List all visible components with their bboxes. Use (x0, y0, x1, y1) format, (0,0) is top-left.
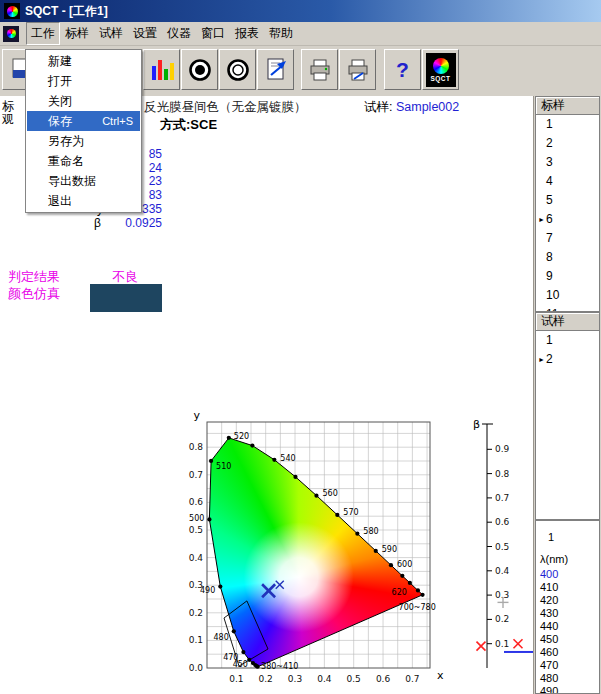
print-button[interactable] (301, 49, 338, 90)
list-item[interactable]: 7 (536, 229, 599, 248)
svg-text:0.6: 0.6 (495, 517, 510, 527)
list-item[interactable]: ►2 (536, 350, 599, 369)
svg-text:0.7: 0.7 (405, 674, 419, 684)
menu-item[interactable]: 退出 (27, 191, 140, 211)
wavelength-row[interactable]: 490 (536, 685, 599, 694)
menubar-item-2[interactable]: 试样 (94, 22, 128, 45)
list-item[interactable]: 9 (536, 267, 599, 286)
menu-item[interactable]: 导出数据 (27, 171, 140, 191)
print-setup-button[interactable] (339, 49, 376, 90)
wavelength-label: 470 (223, 653, 238, 662)
svg-text:β: β (473, 418, 480, 431)
svg-text:0.9: 0.9 (495, 444, 510, 454)
menu-item[interactable]: 保存Ctrl+S (27, 111, 140, 131)
selected-marker-icon: ► (538, 210, 545, 229)
wavelength-row[interactable]: 470 (536, 659, 599, 672)
child-window-icon[interactable] (3, 26, 19, 42)
svg-text:0.2: 0.2 (495, 614, 509, 624)
wavelength-label: 520 (234, 432, 249, 441)
menubar-item-6[interactable]: 报表 (230, 22, 264, 45)
svg-text:0.7: 0.7 (495, 493, 509, 503)
sci-mode-button[interactable] (181, 49, 218, 90)
svg-text:0.3: 0.3 (495, 590, 509, 600)
trial-sample-header[interactable]: 试样 (536, 313, 599, 331)
wavelength-label: 540 (280, 454, 295, 463)
standard-sample-section: 标样 12345►67891011 (535, 96, 600, 312)
wavelength-label: 580 (363, 527, 378, 536)
svg-text:x: x (437, 669, 444, 682)
cie-horseshoe (207, 422, 430, 668)
wavelength-label: 590 (382, 545, 397, 554)
wavelength-row[interactable]: 440 (536, 620, 599, 633)
about-sqct-button[interactable]: SQCT (422, 49, 459, 90)
svg-text:y: y (193, 409, 200, 422)
specimen-type-text: 反光膜昼间色（无金属镀膜） (144, 99, 307, 116)
lambda-header: λ(nm) (536, 552, 599, 566)
menu-item[interactable]: 另存为 (27, 131, 140, 151)
wavelength-label: 490 (200, 586, 215, 595)
color-simulation-swatch (90, 284, 162, 312)
sample-name: Sample002 (396, 100, 459, 114)
measure-mode-text: 方式:SCE (160, 116, 217, 134)
list-item[interactable]: 11 (536, 305, 599, 312)
wavelength-row[interactable]: 430 (536, 607, 599, 620)
sqct-logo-text: SQCT (430, 75, 450, 82)
wavelength-row[interactable]: 460 (536, 646, 599, 659)
wavelength-list: 400410420430440450460470480490 (536, 568, 599, 694)
list-item[interactable]: 4 (536, 172, 599, 191)
list-item[interactable]: 1 (536, 115, 599, 134)
wavelength-row[interactable]: 400 (536, 568, 599, 581)
export-report-button[interactable] (257, 49, 294, 90)
menubar-item-0[interactable]: 工作 (26, 22, 60, 45)
svg-text:0.1: 0.1 (189, 635, 203, 645)
menu-item[interactable]: 关闭 (27, 91, 140, 111)
menubar-item-5[interactable]: 窗口 (196, 22, 230, 45)
wavelength-row[interactable]: 450 (536, 633, 599, 646)
window-title: SQCT - [工作1] (25, 3, 108, 20)
title-bar[interactable]: SQCT - [工作1] (0, 0, 601, 22)
menu-item[interactable]: 打开 (27, 71, 140, 91)
list-item[interactable]: ►6 (536, 210, 599, 229)
menu-items: 工作标样试样设置仪器窗口报表帮助 (26, 22, 298, 45)
menu-item[interactable]: 重命名 (27, 151, 140, 171)
wavelength-label: 700~780 (399, 603, 436, 612)
standard-sample-header[interactable]: 标样 (536, 97, 599, 115)
menubar-item-4[interactable]: 仪器 (162, 22, 196, 45)
work-menu-dropdown: 新建打开关闭保存Ctrl+S另存为重命名导出数据退出 (25, 49, 142, 213)
printer-icon (307, 57, 333, 83)
sqct-logo-icon: SQCT (426, 53, 456, 87)
help-button[interactable]: ? (384, 49, 421, 90)
trial-sample-section: 试样 1►2 (535, 312, 600, 520)
color-bars-icon (149, 57, 175, 83)
menu-item[interactable]: 新建 (27, 51, 140, 71)
rainbow-circle-icon (7, 6, 18, 17)
list-item[interactable]: 1 (536, 331, 599, 350)
list-item[interactable]: 10 (536, 286, 599, 305)
list-item[interactable]: 5 (536, 191, 599, 210)
svg-text:0.2: 0.2 (189, 608, 203, 618)
color-simulation-label: 颜色仿真 (8, 285, 60, 303)
wavelength-row[interactable]: 420 (536, 594, 599, 607)
menubar-item-7[interactable]: 帮助 (264, 22, 298, 45)
wavelength-label: 570 (343, 508, 358, 517)
selected-marker-icon: ► (538, 350, 545, 369)
list-item[interactable]: 8 (536, 248, 599, 267)
list-item[interactable]: 2 (536, 134, 599, 153)
sce-mode-button[interactable] (219, 49, 256, 90)
menubar-item-1[interactable]: 标样 (60, 22, 94, 45)
svg-text:0.5: 0.5 (495, 542, 509, 552)
svg-text:0.8: 0.8 (495, 469, 510, 479)
standard-sample-list: 12345►67891011 (536, 115, 599, 312)
menubar-item-3[interactable]: 设置 (128, 22, 162, 45)
wavelength-row[interactable]: 410 (536, 581, 599, 594)
beta-value: 0.0925 (110, 216, 162, 230)
svg-text:0.8: 0.8 (189, 442, 204, 452)
color-values-button[interactable] (143, 49, 180, 90)
svg-text:0.4: 0.4 (317, 674, 332, 684)
spectral-column-header: 1 (548, 531, 599, 544)
rainbow-circle-icon (433, 58, 449, 74)
svg-text:0.6: 0.6 (189, 497, 204, 507)
list-item[interactable]: 3 (536, 153, 599, 172)
wavelength-row[interactable]: 480 (536, 672, 599, 685)
spectral-section: 1 λ(nm) 400410420430440450460470480490 (535, 520, 600, 694)
